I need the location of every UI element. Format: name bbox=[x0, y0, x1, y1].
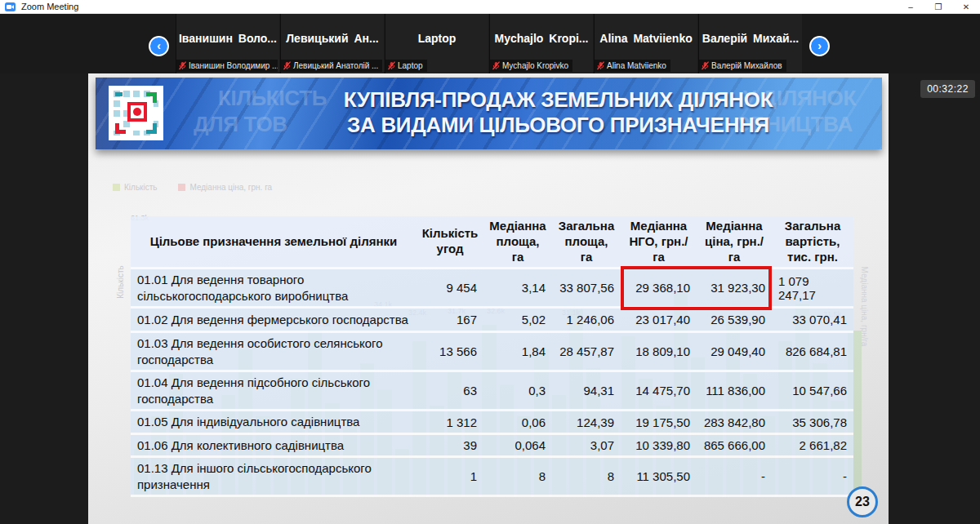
table-row: 01.01 Для ведення товарного сільськогосп… bbox=[131, 269, 853, 309]
cell-median-price: 31 923,30 bbox=[697, 269, 772, 306]
chart-y-axis-left-label: Кількість bbox=[116, 254, 125, 311]
zoom-meeting-window: Zoom Meeting – ❐ ✕ ‹ Іванишин Воло... Ів… bbox=[0, 0, 980, 524]
mic-muted-icon bbox=[283, 61, 291, 70]
cell-purpose: 01.05 Для індивідуального садівництва bbox=[131, 411, 416, 433]
col-header: Медіанна НГО, грн./га bbox=[621, 216, 697, 267]
scroll-left-button[interactable]: ‹ bbox=[149, 36, 169, 56]
participant-name: Левицький Ан... bbox=[281, 32, 384, 45]
participant-label-text: Валерій Михайлов bbox=[711, 61, 782, 70]
participant-strip: ‹ Іванишин Воло... Іванишин Володимир ..… bbox=[0, 14, 980, 73]
cell-total-value: 2 661,82 bbox=[772, 435, 853, 456]
col-header: Цільове призначення земельної ділянки bbox=[131, 216, 416, 267]
slide-title-line1: КУПІВЛЯ-ПРОДАЖ ЗЕМЕЛЬНИХ ДІЛЯНОК bbox=[243, 87, 874, 113]
cell-purpose: 01.03 Для ведення особистого селянського… bbox=[131, 333, 416, 370]
cell-median-price: 865 666,00 bbox=[697, 435, 772, 456]
participant-label-text: Laptop bbox=[398, 61, 423, 70]
cell-median-area: 0,3 bbox=[483, 372, 552, 409]
participant-label: Mychajlo Kropivko bbox=[490, 60, 572, 72]
cell-total-area: 94,31 bbox=[552, 372, 621, 409]
cell-total-value: 35 306,78 bbox=[772, 411, 853, 433]
organization-logo bbox=[109, 86, 163, 140]
cell-purpose: 01.06 Для колективного садівництва bbox=[131, 435, 416, 456]
scroll-right-button[interactable]: › bbox=[809, 36, 830, 56]
legend-item: Кількість bbox=[113, 183, 157, 192]
cell-median-ngo: 11 305,50 bbox=[621, 458, 697, 495]
table-row: 01.05 Для індивідуального садівництва 1 … bbox=[131, 411, 853, 435]
minimize-button[interactable]: – bbox=[897, 0, 924, 13]
cell-total-value: 33 070,41 bbox=[772, 309, 853, 331]
legend-swatch-red bbox=[178, 184, 185, 191]
participant-label: Левицький Анатолій ... bbox=[281, 60, 382, 72]
window-title: Zoom Meeting bbox=[21, 2, 78, 11]
cell-deals: 9 454 bbox=[416, 269, 483, 306]
cell-total-value: - bbox=[772, 458, 853, 495]
mic-muted-icon bbox=[702, 61, 709, 70]
cell-median-price: 26 539,90 bbox=[697, 309, 772, 331]
table-row: 01.06 Для колективного садівництва 39 0,… bbox=[131, 435, 853, 459]
cell-deals: 1 312 bbox=[416, 411, 483, 433]
background-chart-legend: Кількість Медіанна ціна, грн. га bbox=[113, 183, 272, 192]
col-header: Медіанна площа, га bbox=[483, 216, 552, 267]
participant-tile[interactable]: Laptop Laptop bbox=[385, 14, 488, 73]
mic-muted-icon bbox=[179, 61, 186, 70]
legend-label: Медіанна ціна, грн. га bbox=[189, 183, 272, 192]
participant-label-text: Alina Matviienko bbox=[607, 61, 666, 70]
participant-tile[interactable]: Іванишин Воло... Іванишин Володимир ... bbox=[176, 14, 279, 73]
col-header: Медіанна ціна, грн./га bbox=[697, 216, 772, 267]
participant-name: Валерій Михай... bbox=[699, 32, 802, 45]
slide-page-number: 23 bbox=[847, 486, 878, 517]
cell-deals: 167 bbox=[416, 309, 483, 331]
participant-label: Валерій Михайлов bbox=[699, 60, 786, 72]
col-header: Кількість угод bbox=[416, 216, 483, 267]
cell-median-ngo: 29 368,10 bbox=[621, 269, 697, 306]
cell-deals: 1 bbox=[416, 458, 483, 495]
cell-purpose: 01.01 Для ведення товарного сільськогосп… bbox=[131, 269, 416, 306]
cell-deals: 39 bbox=[416, 435, 483, 456]
shared-slide: КІЛЬКІСТЬ ДЛЯ ТОВ У ДІЛЯНОК ОБНИЦТВА bbox=[88, 73, 889, 524]
cell-total-area: 1 246,06 bbox=[552, 309, 621, 331]
zoom-app-icon bbox=[5, 2, 16, 11]
cell-total-area: 124,39 bbox=[552, 411, 621, 433]
mic-muted-icon bbox=[597, 61, 604, 70]
table-row: 01.03 Для ведення особистого селянського… bbox=[131, 333, 853, 372]
land-sales-table: Цільове призначення земельної ділянки Кі… bbox=[131, 216, 853, 497]
participant-label: Laptop bbox=[385, 60, 427, 72]
table-row: 01.02 Для ведення фермерського господарс… bbox=[131, 309, 853, 333]
cell-median-ngo: 10 339,80 bbox=[621, 435, 697, 456]
participant-tile[interactable]: Левицький Ан... Левицький Анатолій ... bbox=[280, 14, 384, 73]
mic-muted-icon bbox=[388, 61, 395, 70]
legend-item: Медіанна ціна, грн. га bbox=[178, 183, 272, 192]
cell-median-ngo: 23 017,40 bbox=[621, 309, 697, 331]
participant-label-text: Mychajlo Kropivko bbox=[502, 61, 568, 70]
cell-deals: 63 bbox=[416, 372, 483, 409]
cell-total-area: 33 807,56 bbox=[552, 269, 621, 306]
cell-total-area: 3,07 bbox=[552, 435, 621, 456]
cell-median-area: 5,02 bbox=[483, 309, 552, 331]
table-row: 01.13 Для іншого сільськогосподарського … bbox=[131, 458, 853, 497]
maximize-button[interactable]: ❐ bbox=[924, 0, 952, 13]
cell-median-area: 3,14 bbox=[483, 269, 552, 306]
cell-median-area: 1,84 bbox=[483, 333, 552, 370]
participant-label-text: Іванишин Володимир ... bbox=[189, 61, 278, 70]
recording-timer: 00:32:22 bbox=[920, 80, 975, 98]
participant-name: Laptop bbox=[385, 32, 488, 45]
participant-tile[interactable]: Mychajlo Kropi... Mychajlo Kropivko bbox=[489, 14, 593, 73]
participant-tile[interactable]: Валерій Михай... Валерій Михайлов bbox=[698, 14, 802, 73]
window-controls: – ❐ ✕ bbox=[897, 0, 980, 13]
cell-total-value: 826 684,81 bbox=[772, 333, 853, 370]
cell-median-price: - bbox=[697, 458, 772, 495]
cell-median-ngo: 19 175,50 bbox=[621, 411, 697, 433]
cell-deals: 13 566 bbox=[416, 333, 483, 370]
participant-tile[interactable]: Alina Matviienko Alina Matviienko bbox=[594, 14, 697, 73]
close-button[interactable]: ✕ bbox=[952, 0, 980, 13]
cell-purpose: 01.02 Для ведення фермерського господарс… bbox=[131, 309, 416, 331]
participant-name: Mychajlo Kropi... bbox=[490, 32, 593, 45]
cell-median-price: 29 049,40 bbox=[697, 333, 772, 370]
legend-swatch-green bbox=[113, 184, 120, 191]
cell-total-value: 1 079 247,17 bbox=[772, 269, 853, 306]
cell-total-area: 8 bbox=[552, 458, 621, 495]
table-header-row: Цільове призначення земельної ділянки Кі… bbox=[131, 216, 853, 269]
col-header: Загальна площа, га bbox=[552, 216, 621, 267]
participant-label-text: Левицький Анатолій ... bbox=[293, 61, 378, 70]
col-header: Загальна вартість, тис. грн. bbox=[772, 216, 853, 267]
